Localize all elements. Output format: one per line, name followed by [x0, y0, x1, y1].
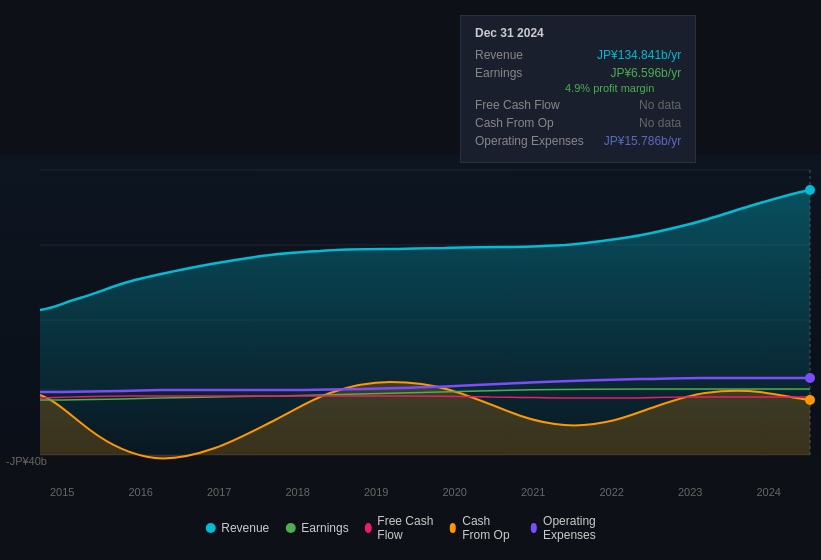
legend-label-fcf: Free Cash Flow	[377, 514, 433, 542]
tooltip-revenue-row: Revenue JP¥134.841b/yr	[475, 48, 681, 62]
main-chart	[0, 0, 821, 480]
profit-margin: 4.9% profit margin	[475, 82, 681, 94]
tooltip-cfo-row: Cash From Op No data	[475, 116, 681, 130]
legend-dot-cfo	[450, 523, 457, 533]
svg-point-9	[805, 395, 815, 405]
tooltip-fcf-row: Free Cash Flow No data	[475, 98, 681, 112]
legend-dot-opex	[530, 523, 537, 533]
tooltip-opex-value: JP¥15.786b/yr	[604, 134, 681, 148]
tooltip-cfo-label: Cash From Op	[475, 116, 554, 130]
x-label-2016: 2016	[129, 486, 153, 498]
chart-legend: Revenue Earnings Free Cash Flow Cash Fro…	[205, 514, 616, 542]
tooltip-revenue-label: Revenue	[475, 48, 523, 62]
x-label-2024: 2024	[757, 486, 781, 498]
legend-dot-revenue	[205, 523, 215, 533]
legend-label-revenue: Revenue	[221, 521, 269, 535]
legend-label-earnings: Earnings	[301, 521, 348, 535]
legend-cfo[interactable]: Cash From Op	[450, 514, 515, 542]
tooltip-earnings-value: JP¥6.596b/yr	[610, 66, 681, 80]
tooltip-earnings-label: Earnings	[475, 66, 522, 80]
x-label-2023: 2023	[678, 486, 702, 498]
x-label-2015: 2015	[50, 486, 74, 498]
tooltip-opex-label: Operating Expenses	[475, 134, 584, 148]
x-label-2020: 2020	[443, 486, 467, 498]
tooltip-opex-row: Operating Expenses JP¥15.786b/yr	[475, 134, 681, 148]
svg-point-7	[805, 185, 815, 195]
legend-opex[interactable]: Operating Expenses	[530, 514, 615, 542]
tooltip-card: Dec 31 2024 Revenue JP¥134.841b/yr Earni…	[460, 15, 696, 163]
svg-point-8	[805, 373, 815, 383]
tooltip-earnings-row: Earnings JP¥6.596b/yr	[475, 66, 681, 80]
legend-revenue[interactable]: Revenue	[205, 521, 269, 535]
x-label-2021: 2021	[521, 486, 545, 498]
x-label-2022: 2022	[600, 486, 624, 498]
legend-fcf[interactable]: Free Cash Flow	[365, 514, 434, 542]
tooltip-revenue-value: JP¥134.841b/yr	[597, 48, 681, 62]
tooltip-fcf-value: No data	[639, 98, 681, 112]
x-label-2019: 2019	[364, 486, 388, 498]
tooltip-cfo-value: No data	[639, 116, 681, 130]
tooltip-date: Dec 31 2024	[475, 26, 681, 40]
x-axis-labels: 2015 2016 2017 2018 2019 2020 2021 2022 …	[0, 486, 821, 498]
chart-container: Dec 31 2024 Revenue JP¥134.841b/yr Earni…	[0, 0, 821, 560]
x-label-2018: 2018	[286, 486, 310, 498]
legend-earnings[interactable]: Earnings	[285, 521, 348, 535]
legend-dot-earnings	[285, 523, 295, 533]
legend-label-opex: Operating Expenses	[543, 514, 616, 542]
x-label-2017: 2017	[207, 486, 231, 498]
tooltip-fcf-label: Free Cash Flow	[475, 98, 560, 112]
legend-dot-fcf	[365, 523, 372, 533]
legend-label-cfo: Cash From Op	[462, 514, 514, 542]
